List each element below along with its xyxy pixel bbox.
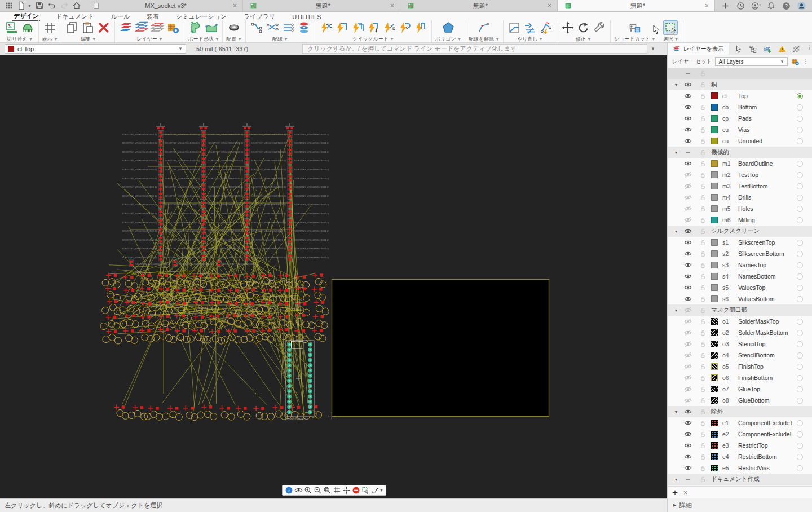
- qr-corner-icon[interactable]: [334, 20, 349, 35]
- ribbon-group-label[interactable]: 選択 ▼: [663, 36, 678, 43]
- layer-group-row[interactable]: ▼マスク開口部: [668, 304, 812, 316]
- layer-active-radio[interactable]: [797, 206, 803, 212]
- layer-settings-icon[interactable]: [166, 20, 180, 35]
- layer-active-radio[interactable]: [797, 341, 803, 347]
- add-layer-button[interactable]: +: [672, 488, 678, 497]
- wrench-icon[interactable]: [592, 20, 607, 35]
- layer-row[interactable]: o8GlueBottom: [668, 395, 812, 406]
- collapse-caret-icon[interactable]: ▼: [672, 83, 681, 87]
- drc-icon[interactable]: [792, 45, 801, 54]
- lock-open-icon[interactable]: [695, 228, 710, 235]
- layer-active-radio[interactable]: [797, 375, 803, 381]
- layer-active-radio[interactable]: [797, 330, 803, 336]
- move-icon[interactable]: [561, 20, 575, 35]
- layer-active-radio[interactable]: [797, 217, 803, 223]
- layer-color-swatch[interactable]: [711, 453, 718, 460]
- layer-row[interactable]: s6ValuesBottom: [668, 293, 812, 304]
- layers-master-row[interactable]: [668, 68, 812, 79]
- layer-color-swatch[interactable]: [711, 431, 718, 438]
- layer-color-swatch[interactable]: [711, 183, 718, 189]
- layer-row[interactable]: e4RestrictBottom: [668, 451, 812, 462]
- redo-miter-icon[interactable]: [539, 20, 553, 35]
- layer-visibility-icon[interactable]: [681, 272, 695, 280]
- layer-color-swatch[interactable]: [711, 329, 718, 336]
- eye-view-icon[interactable]: [294, 486, 303, 495]
- undo-icon[interactable]: [47, 1, 56, 10]
- layer-active-radio[interactable]: [797, 104, 803, 111]
- lock-open-icon[interactable]: [695, 397, 710, 404]
- layer-visibility-icon[interactable]: [681, 317, 695, 325]
- layer-add-icon[interactable]: [763, 45, 772, 54]
- layer-active-radio[interactable]: [797, 240, 803, 246]
- lock-open-icon[interactable]: [695, 341, 710, 348]
- ripup-icon[interactable]: [476, 20, 491, 35]
- layer-visibility-icon[interactable]: [681, 295, 695, 303]
- document-tab-3[interactable]: 無題*×: [400, 0, 558, 11]
- layer-visibility-icon[interactable]: [681, 340, 695, 348]
- layer-visibility-icon[interactable]: [681, 351, 695, 359]
- lock-open-icon[interactable]: [695, 307, 710, 314]
- layer-visibility-icon[interactable]: [681, 329, 695, 337]
- layer-visibility-icon[interactable]: [681, 182, 695, 190]
- layer-color-swatch[interactable]: [711, 138, 718, 144]
- lock-open-icon[interactable]: [695, 295, 710, 303]
- profile-badge-icon[interactable]: 1: [751, 1, 761, 11]
- bend-style-icon[interactable]: [371, 486, 379, 495]
- layer-active-radio[interactable]: [797, 364, 803, 370]
- lock-open-icon[interactable]: [695, 126, 710, 134]
- lock-open-icon[interactable]: [695, 160, 710, 167]
- layer-group-row[interactable]: ▼ドキュメント作成: [668, 474, 812, 485]
- group-visibility-icon[interactable]: [681, 475, 695, 483]
- layer-row[interactable]: e1ComponentExcludeTop: [668, 417, 812, 429]
- grid-display-icon[interactable]: [43, 20, 58, 35]
- collapse-caret-icon[interactable]: ▼: [672, 229, 681, 233]
- layer-visibility-icon[interactable]: [681, 464, 695, 472]
- layer-row[interactable]: o7GlueTop: [668, 383, 812, 395]
- layer-row[interactable]: o2SolderMaskBottom: [668, 327, 812, 338]
- bend-style-chevron-icon[interactable]: ▼: [379, 488, 383, 492]
- layer-row[interactable]: o4StencilBottom: [668, 350, 812, 361]
- lock-open-icon[interactable]: [695, 217, 710, 224]
- layer-active-radio[interactable]: [797, 116, 803, 122]
- layer-color-swatch[interactable]: [711, 262, 718, 268]
- save-icon[interactable]: [35, 1, 44, 10]
- lock-open-icon[interactable]: [695, 149, 710, 156]
- layer-visibility-icon[interactable]: [681, 250, 695, 258]
- layer-active-radio[interactable]: [797, 398, 803, 404]
- layer-visibility-icon[interactable]: [681, 193, 695, 201]
- ribbon-group-label[interactable]: 修正 ▼: [576, 36, 591, 43]
- menu-tab-ルール[interactable]: ルール: [110, 12, 131, 21]
- ribbon-group-label[interactable]: 表示 ▼: [42, 36, 58, 43]
- lock-open-icon[interactable]: [695, 104, 710, 111]
- layer-active-radio[interactable]: [797, 431, 803, 438]
- polygon-icon[interactable]: [441, 20, 456, 35]
- layer-row[interactable]: s2SilkscreenBottom: [668, 248, 812, 259]
- switch-schematic-icon[interactable]: [5, 20, 19, 35]
- menu-tab-UTILITIES[interactable]: UTILITIES: [291, 14, 322, 20]
- file-new-chevron-icon[interactable]: ▼: [28, 4, 32, 8]
- lock-open-icon[interactable]: [695, 250, 710, 258]
- grid-small-icon[interactable]: [333, 486, 341, 495]
- layer-visibility-icon[interactable]: [681, 216, 695, 224]
- layer-active-radio[interactable]: [797, 420, 803, 426]
- layer-color-swatch[interactable]: [711, 205, 718, 212]
- layer-row[interactable]: o1SolderMaskTop: [668, 316, 812, 327]
- close-tab-icon[interactable]: ×: [389, 2, 395, 10]
- layer-active-radio[interactable]: [797, 195, 803, 201]
- layer-visibility-icon[interactable]: [681, 396, 695, 404]
- lock-open-icon[interactable]: [695, 386, 710, 393]
- document-tab-2[interactable]: 無題*×: [243, 0, 400, 11]
- layer-active-radio[interactable]: [797, 285, 803, 291]
- layer-row[interactable]: cbBottom: [668, 101, 812, 113]
- layer-group-row[interactable]: ▼機械的: [668, 147, 812, 158]
- crosshair-icon[interactable]: [342, 486, 351, 495]
- layer-active-radio[interactable]: [797, 319, 803, 325]
- layer-row[interactable]: e5RestrictVias: [668, 462, 812, 474]
- layer-group-row[interactable]: ▼シルクスクリーン: [668, 226, 812, 237]
- lock-open-icon[interactable]: [695, 171, 710, 179]
- layer-set-kebab-icon[interactable]: [803, 57, 809, 66]
- menu-tab-ライブラリ[interactable]: ライブラリ: [242, 12, 276, 21]
- lock-all-icon[interactable]: [695, 70, 710, 77]
- layer-row[interactable]: e3RestrictTop: [668, 440, 812, 451]
- ribbon-group-label[interactable]: 配線 ▼: [272, 36, 288, 43]
